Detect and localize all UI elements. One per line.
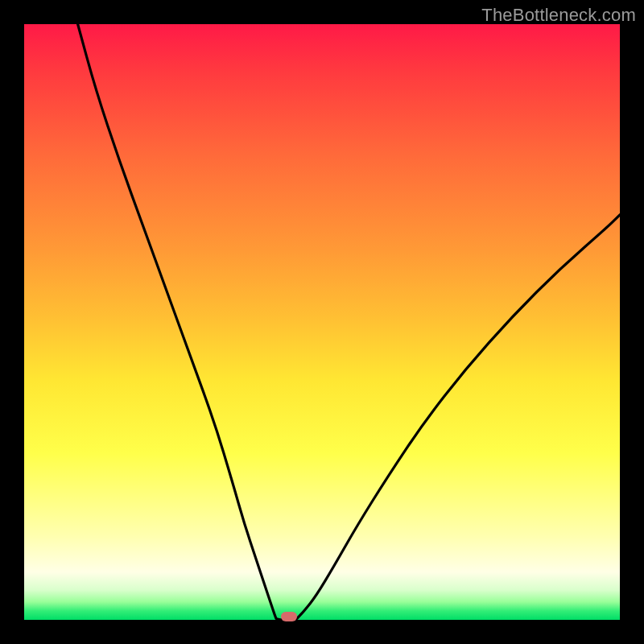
optimum-marker <box>281 612 297 621</box>
bottleneck-curve <box>24 24 620 620</box>
plot-area <box>24 24 620 620</box>
chart-frame: TheBottleneck.com <box>0 0 644 644</box>
watermark-text: TheBottleneck.com <box>481 5 636 26</box>
